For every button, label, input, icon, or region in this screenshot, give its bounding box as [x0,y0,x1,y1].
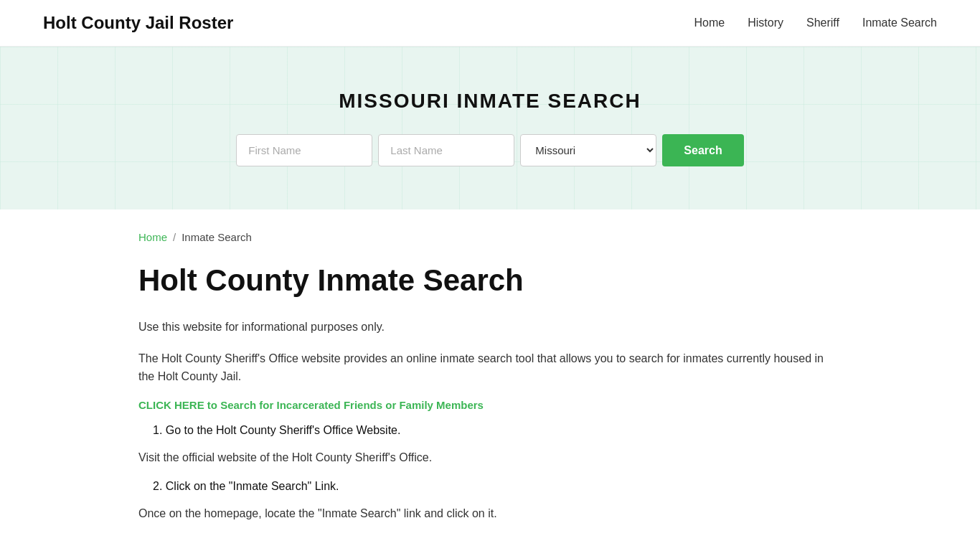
state-select[interactable]: MissouriAlabamaAlaskaArizonaArkansasCali… [520,134,656,166]
step-2-number: 2. [153,480,162,492]
nav-link-inmate-search[interactable]: Inmate Search [862,17,937,29]
step-2-title: Click on the "Inmate Search" Link. [166,480,339,492]
nav-link-history[interactable]: History [748,17,783,29]
step-2-label: 2. Click on the "Inmate Search" Link. [153,480,842,493]
nav-item-history[interactable]: History [748,17,783,29]
step-1-title: Go to the Holt County Sheriff's Office W… [166,424,401,436]
search-button[interactable]: Search [662,134,743,166]
step-2: 2. Click on the "Inmate Search" Link. [138,480,842,493]
main-nav: Home History Sheriff Inmate Search [694,17,937,29]
nav-list: Home History Sheriff Inmate Search [694,17,937,29]
last-name-input[interactable] [378,134,514,166]
click-here-link[interactable]: CLICK HERE to Search for Incarcerated Fr… [138,399,484,411]
step-1-label: 1. Go to the Holt County Sheriff's Offic… [153,424,842,437]
site-title: Holt County Jail Roster [43,13,233,33]
first-name-input[interactable] [236,134,372,166]
step-1-number: 1. [153,424,162,436]
step-1: 1. Go to the Holt County Sheriff's Offic… [138,424,842,437]
breadcrumb: Home / Inmate Search [138,231,842,243]
inmate-search-form: MissouriAlabamaAlaskaArizonaArkansasCali… [14,134,966,166]
nav-link-home[interactable]: Home [694,17,725,29]
para-2: The Holt County Sheriff's Office website… [138,349,842,386]
site-header: Holt County Jail Roster Home History She… [0,0,980,47]
para-1: Use this website for informational purpo… [138,318,842,336]
nav-item-inmate-search[interactable]: Inmate Search [862,17,937,29]
step-2-body: Once on the homepage, locate the "Inmate… [138,504,842,523]
search-banner: MISSOURI INMATE SEARCH MissouriAlabamaAl… [0,47,980,209]
breadcrumb-separator: / [173,231,176,243]
nav-link-sheriff[interactable]: Sheriff [806,17,839,29]
main-content: Home / Inmate Search Holt County Inmate … [95,209,885,551]
breadcrumb-current: Inmate Search [182,231,252,243]
banner-heading: MISSOURI INMATE SEARCH [14,90,966,113]
page-heading: Holt County Inmate Search [138,263,842,298]
step-1-body: Visit the official website of the Holt C… [138,448,842,467]
breadcrumb-home[interactable]: Home [138,231,167,243]
nav-item-sheriff[interactable]: Sheriff [806,17,839,29]
nav-item-home[interactable]: Home [694,17,725,29]
